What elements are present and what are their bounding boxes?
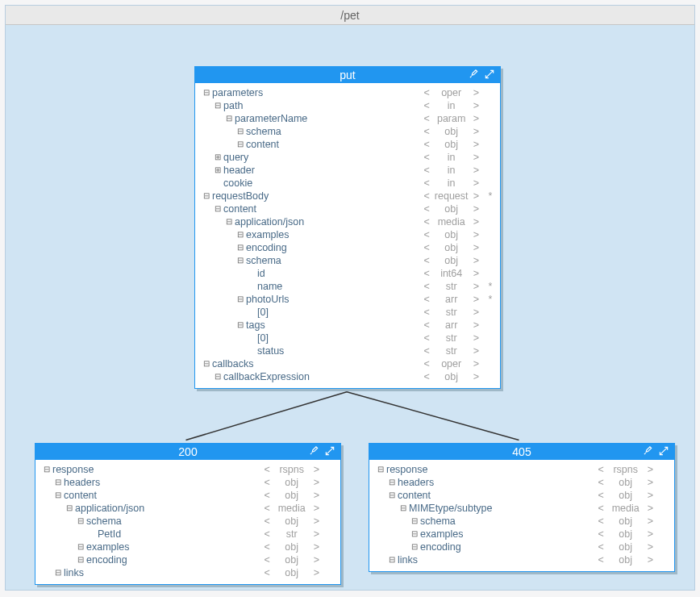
node-200[interactable]: 200 response<rspns>headers<obj>content<o… — [35, 443, 341, 585]
chevron-right-icon: > — [644, 528, 656, 541]
minus-box-icon[interactable] — [235, 127, 244, 136]
tree-row[interactable]: status<str> — [198, 344, 498, 357]
expand-icon[interactable] — [658, 445, 669, 457]
minus-box-icon[interactable] — [410, 530, 419, 539]
tree-row[interactable]: content<obj> — [198, 138, 498, 151]
row-type: in — [433, 164, 470, 177]
tree-row[interactable]: parameterName<param> — [198, 112, 498, 125]
tree-row[interactable]: parameters<oper> — [198, 86, 498, 99]
plus-box-icon[interactable] — [213, 153, 222, 162]
tree-row[interactable]: [0]<str> — [198, 306, 498, 319]
minus-box-icon[interactable] — [387, 556, 396, 565]
tree-row[interactable]: encoding<obj> — [39, 553, 339, 566]
row-label: callbacks — [212, 357, 253, 370]
minus-box-icon[interactable] — [213, 102, 222, 111]
tree-row[interactable]: path<in> — [198, 99, 498, 112]
minus-box-icon[interactable] — [376, 465, 385, 474]
minus-box-icon[interactable] — [76, 543, 85, 552]
tree-row[interactable]: application/json<media> — [198, 215, 498, 228]
eyedropper-icon[interactable] — [468, 69, 479, 80]
tree-row[interactable]: content<obj> — [373, 489, 673, 502]
minus-box-icon[interactable] — [202, 89, 210, 98]
minus-box-icon[interactable] — [235, 244, 244, 253]
tree-row[interactable]: [0]<str> — [198, 332, 498, 344]
minus-box-icon[interactable] — [53, 491, 62, 500]
minus-box-icon[interactable] — [224, 218, 233, 227]
tree-row[interactable]: links<obj> — [373, 553, 673, 566]
tree-row[interactable]: schema<obj> — [373, 515, 673, 528]
row-label: links — [398, 553, 418, 566]
tree-row[interactable]: cookie<in> — [198, 177, 498, 190]
tree-row[interactable]: MIMEtype/subtype<media> — [373, 502, 673, 515]
row-type: in — [433, 177, 470, 190]
tree-row[interactable]: response<rspns> — [373, 463, 673, 476]
node-405[interactable]: 405 response<rspns>headers<obj>content<o… — [369, 443, 675, 572]
tree-row[interactable]: id<int64> — [198, 267, 498, 280]
minus-box-icon[interactable] — [235, 231, 244, 240]
tree-row[interactable]: schema<obj> — [198, 254, 498, 267]
minus-box-icon[interactable] — [76, 556, 85, 565]
minus-box-icon[interactable] — [213, 205, 222, 214]
node-put-title: put — [195, 67, 500, 83]
row-label: content — [64, 489, 97, 502]
tree-row[interactable]: schema<obj> — [39, 515, 339, 528]
minus-box-icon[interactable] — [65, 504, 73, 513]
minus-box-icon[interactable] — [398, 504, 407, 513]
tree-row[interactable]: schema<obj> — [198, 125, 498, 138]
tree-row[interactable]: content<obj> — [198, 202, 498, 215]
tree-row[interactable]: query<in> — [198, 151, 498, 164]
tree-row[interactable]: encoding<obj> — [373, 541, 673, 553]
chevron-left-icon: < — [420, 112, 432, 125]
minus-box-icon[interactable] — [213, 373, 222, 382]
chevron-left-icon: < — [594, 502, 606, 515]
node-put[interactable]: put parameters<oper>path<in>parameterNam… — [194, 66, 501, 389]
minus-box-icon[interactable] — [387, 491, 396, 500]
minus-box-icon[interactable] — [387, 478, 396, 487]
chevron-left-icon: < — [260, 502, 273, 515]
tree-row[interactable]: callbacks<oper> — [198, 357, 498, 370]
minus-box-icon[interactable] — [235, 295, 244, 304]
expand-icon[interactable] — [484, 69, 495, 80]
row-type: arr — [433, 319, 470, 332]
tree-row[interactable]: requestBody<request>* — [198, 190, 498, 202]
chevron-left-icon: < — [420, 370, 432, 383]
tree-row[interactable]: encoding<obj> — [198, 241, 498, 254]
tree-row[interactable]: examples<obj> — [373, 528, 673, 541]
tree-row[interactable]: content<obj> — [39, 489, 339, 502]
tree-row[interactable]: photoUrls<arr>* — [198, 293, 498, 306]
minus-box-icon[interactable] — [53, 569, 62, 578]
tree-row[interactable]: response<rspns> — [39, 463, 339, 476]
minus-box-icon[interactable] — [410, 543, 419, 552]
tree-row[interactable]: name<str>* — [198, 280, 498, 293]
chevron-right-icon: > — [644, 463, 656, 476]
minus-box-icon[interactable] — [235, 321, 244, 330]
minus-box-icon[interactable] — [410, 517, 419, 526]
minus-box-icon[interactable] — [235, 140, 244, 149]
tree-row[interactable]: tags<arr> — [198, 319, 498, 332]
row-type: in — [433, 151, 470, 164]
minus-box-icon[interactable] — [202, 192, 210, 201]
tree-row[interactable]: PetId<str> — [39, 528, 339, 541]
node-put-title-text: put — [340, 69, 355, 81]
minus-box-icon[interactable] — [76, 517, 85, 526]
minus-box-icon[interactable] — [42, 465, 51, 474]
expand-icon[interactable] — [324, 445, 335, 457]
tree-row[interactable]: links<obj> — [39, 566, 339, 579]
node-405-title: 405 — [369, 444, 674, 460]
chevron-left-icon: < — [420, 125, 432, 138]
plus-box-icon[interactable] — [213, 166, 222, 175]
tree-row[interactable]: callbackExpression<obj> — [198, 370, 498, 383]
row-label: status — [257, 344, 284, 357]
minus-box-icon[interactable] — [202, 360, 210, 369]
tree-row[interactable]: examples<obj> — [39, 541, 339, 553]
minus-box-icon[interactable] — [53, 478, 62, 487]
minus-box-icon[interactable] — [224, 115, 233, 123]
tree-row[interactable]: examples<obj> — [198, 228, 498, 241]
tree-row[interactable]: header<in> — [198, 164, 498, 177]
eyedropper-icon[interactable] — [308, 445, 319, 457]
minus-box-icon[interactable] — [235, 257, 244, 265]
eyedropper-icon[interactable] — [642, 445, 653, 457]
tree-row[interactable]: headers<obj> — [373, 476, 673, 489]
tree-row[interactable]: headers<obj> — [39, 476, 339, 489]
tree-row[interactable]: application/json<media> — [39, 502, 339, 515]
